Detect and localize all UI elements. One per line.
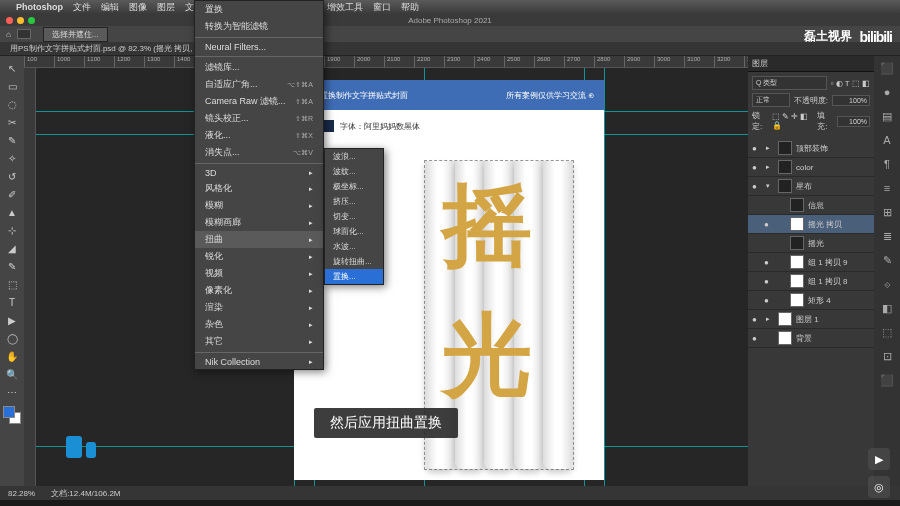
panel-icon[interactable]: ◧ [879, 300, 895, 316]
menu-image[interactable]: 图像 [129, 1, 147, 14]
tool-button[interactable]: ✎ [4, 258, 20, 274]
panel-icon[interactable]: ⬛ [879, 60, 895, 76]
menu-file[interactable]: 文件 [73, 1, 91, 14]
menu-category[interactable]: 锐化▸ [195, 248, 323, 265]
tool-button[interactable]: ◢ [4, 240, 20, 256]
tool-button[interactable]: ✋ [4, 348, 20, 364]
submenu-item[interactable]: 旋转扭曲... [325, 254, 383, 269]
layer-row[interactable]: ●▸color [748, 158, 874, 177]
panel-icon[interactable]: ≡ [879, 180, 895, 196]
menu-edit[interactable]: 编辑 [101, 1, 119, 14]
menu-category[interactable]: 模糊画廊▸ [195, 214, 323, 231]
menu-category[interactable]: 像素化▸ [195, 282, 323, 299]
menu-item[interactable]: 镜头校正...⇧⌘R [195, 110, 323, 127]
tool-button[interactable]: ▶ [4, 312, 20, 328]
layer-row[interactable]: ●组 1 拷贝 9 [748, 253, 874, 272]
select-and-mask-button[interactable]: 选择并遮住... [43, 27, 108, 42]
submenu-item[interactable]: 置换... [325, 269, 383, 284]
blend-mode-select[interactable]: 正常 [752, 93, 790, 107]
fold-icon[interactable]: ▸ [766, 315, 774, 323]
fold-icon[interactable]: ▸ [766, 163, 774, 171]
opacity-field[interactable]: 100% [832, 95, 870, 106]
layers-tab[interactable]: 图层 [752, 58, 768, 69]
zoom-level[interactable]: 82.28% [8, 489, 35, 498]
menu-category[interactable]: 杂色▸ [195, 316, 323, 333]
page-thumb[interactable] [66, 436, 82, 458]
menu-item-last-filter[interactable]: 置换 [195, 1, 323, 18]
layer-row[interactable]: ●矩形 4 [748, 291, 874, 310]
canvas[interactable]: 1001000110012001300140015001600170018001… [24, 56, 748, 486]
panel-icon[interactable]: ⬛ [879, 372, 895, 388]
layer-row[interactable]: ●▾星布 [748, 177, 874, 196]
page-thumb[interactable] [86, 442, 96, 458]
submenu-item[interactable]: 波纹... [325, 164, 383, 179]
layer-row[interactable]: 信息 [748, 196, 874, 215]
fold-icon[interactable]: ▸ [766, 144, 774, 152]
layer-name[interactable]: 图层 1 [796, 314, 819, 325]
tool-button[interactable]: ⬚ [4, 276, 20, 292]
panel-icon[interactable]: ≣ [879, 228, 895, 244]
menu-window[interactable]: 窗口 [373, 1, 391, 14]
layer-name[interactable]: 背景 [796, 333, 812, 344]
layer-name[interactable]: 摇光 拷贝 [808, 219, 842, 230]
layer-row[interactable]: ●摇光 拷贝 [748, 215, 874, 234]
menu-category[interactable]: 视频▸ [195, 265, 323, 282]
menu-item[interactable]: 自适应广角...⌥⇧⌘A [195, 76, 323, 93]
submenu-item[interactable]: 切变... [325, 209, 383, 224]
leitu-icon[interactable]: ◎ [868, 476, 890, 498]
panel-icon[interactable]: ⊡ [879, 348, 895, 364]
layer-row[interactable]: ●组 1 拷贝 8 [748, 272, 874, 291]
menu-item[interactable]: 滤镜库... [195, 59, 323, 76]
lock-icons[interactable]: ⬚ ✎ ✛ ◧ 🔒 [772, 112, 814, 130]
visibility-icon[interactable]: ● [752, 182, 762, 191]
tool-button[interactable]: ↖ [4, 60, 20, 76]
fold-icon[interactable]: ▾ [766, 182, 774, 190]
close-icon[interactable] [6, 17, 13, 24]
menu-item-neural[interactable]: Neural Filters... [195, 40, 323, 54]
menu-category[interactable]: 模糊▸ [195, 197, 323, 214]
layer-name[interactable]: 矩形 4 [808, 295, 831, 306]
menu-plugins[interactable]: 增效工具 [327, 1, 363, 14]
tool-button[interactable]: ✧ [4, 150, 20, 166]
menu-category[interactable]: 其它▸ [195, 333, 323, 350]
tool-button[interactable]: ⊹ [4, 222, 20, 238]
layer-row[interactable]: 摇光 [748, 234, 874, 253]
layer-name[interactable]: 信息 [808, 200, 824, 211]
submenu-item[interactable]: 极坐标... [325, 179, 383, 194]
visibility-icon[interactable]: ● [764, 296, 774, 305]
play-icon[interactable]: ▶ [868, 448, 890, 470]
layer-name[interactable]: 组 1 拷贝 9 [808, 257, 848, 268]
tool-preset[interactable] [17, 29, 31, 39]
layer-row[interactable]: ●▸图层 1 [748, 310, 874, 329]
maximize-icon[interactable] [28, 17, 35, 24]
layer-name[interactable]: 摇光 [808, 238, 824, 249]
submenu-item[interactable]: 波浪... [325, 149, 383, 164]
color-swatch[interactable] [3, 406, 21, 424]
menu-item-nik[interactable]: Nik Collection▸ [195, 355, 323, 369]
submenu-item[interactable]: 球面化... [325, 224, 383, 239]
menu-category[interactable]: 扭曲▸ [195, 231, 323, 248]
layer-name[interactable]: color [796, 163, 813, 172]
visibility-icon[interactable]: ● [752, 163, 762, 172]
minimize-icon[interactable] [17, 17, 24, 24]
tool-button[interactable]: ▭ [4, 78, 20, 94]
panel-icon[interactable]: A [879, 132, 895, 148]
filter-icons[interactable]: ▫ ◐ T ⬚ ◧ [831, 79, 870, 88]
panel-icon[interactable]: ¶ [879, 156, 895, 172]
tool-button[interactable]: ◌ [4, 96, 20, 112]
home-icon[interactable]: ⌂ [6, 30, 11, 39]
visibility-icon[interactable]: ● [752, 334, 762, 343]
layer-name[interactable]: 顶部装饰 [796, 143, 828, 154]
menu-help[interactable]: 帮助 [401, 1, 419, 14]
menu-item[interactable]: 消失点...⌥⌘V [195, 144, 323, 161]
tool-button[interactable]: ↺ [4, 168, 20, 184]
panel-icon[interactable]: ● [879, 84, 895, 100]
tool-button[interactable]: ✂ [4, 114, 20, 130]
panel-icon[interactable]: ⬚ [879, 324, 895, 340]
layer-row[interactable]: ●▸顶部装饰 [748, 139, 874, 158]
layer-name[interactable]: 组 1 拷贝 8 [808, 276, 848, 287]
panel-icon[interactable]: ⊞ [879, 204, 895, 220]
menu-layer[interactable]: 图层 [157, 1, 175, 14]
menu-item[interactable]: Camera Raw 滤镜...⇧⌘A [195, 93, 323, 110]
doc-info[interactable]: 文档:12.4M/106.2M [51, 488, 120, 499]
